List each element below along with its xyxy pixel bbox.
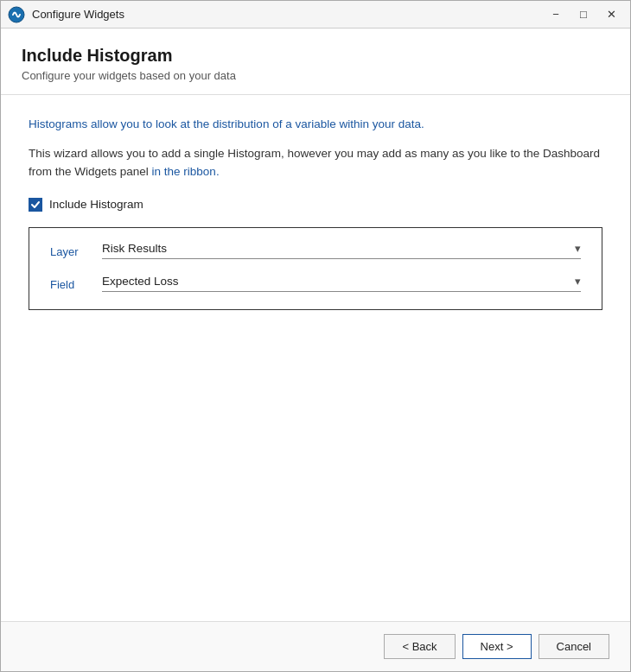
- maximize-button[interactable]: □: [571, 5, 596, 24]
- description-2-text-a: This wizard allows you to add a single H…: [29, 147, 600, 177]
- field-dropdown-arrow: ▾: [575, 275, 581, 288]
- header-section: Include Histogram Configure your widgets…: [1, 29, 630, 95]
- cancel-button[interactable]: Cancel: [539, 634, 609, 659]
- configure-widgets-window: Configure Widgets − □ ✕ Include Histogra…: [0, 0, 631, 672]
- layer-label: Layer: [50, 242, 102, 258]
- close-button[interactable]: ✕: [599, 5, 623, 24]
- content-section: Histograms allow you to look at the dist…: [1, 95, 630, 621]
- window-controls: − □ ✕: [544, 5, 623, 24]
- layer-dropdown-arrow: ▾: [575, 242, 581, 255]
- fields-box: Layer Risk Results ▾ Field Expected Loss…: [29, 227, 602, 310]
- layer-dropdown[interactable]: Risk Results ▾: [102, 242, 581, 259]
- next-button[interactable]: Next >: [462, 634, 532, 659]
- include-histogram-row[interactable]: Include Histogram: [29, 198, 602, 212]
- page-subtitle: Configure your widgets based on your dat…: [22, 69, 609, 82]
- layer-row: Layer Risk Results ▾: [50, 242, 581, 259]
- description-1: Histograms allow you to look at the dist…: [29, 116, 602, 133]
- footer-section: < Back Next > Cancel: [1, 621, 630, 671]
- layer-value: Risk Results: [102, 242, 167, 255]
- app-icon: [8, 6, 25, 23]
- page-title: Include Histogram: [22, 46, 609, 66]
- field-label: Field: [50, 275, 102, 291]
- title-bar-text: Configure Widgets: [32, 8, 544, 21]
- field-dropdown[interactable]: Expected Loss ▾: [102, 275, 581, 292]
- description-2-text-b: in the ribbon.: [149, 165, 220, 178]
- field-value: Expected Loss: [102, 275, 179, 288]
- include-histogram-checkbox[interactable]: [29, 198, 42, 212]
- description-2: This wizard allows you to add a single H…: [29, 145, 602, 181]
- include-histogram-label: Include Histogram: [49, 198, 143, 211]
- field-row: Field Expected Loss ▾: [50, 275, 581, 292]
- back-button[interactable]: < Back: [384, 634, 455, 659]
- minimize-button[interactable]: −: [544, 5, 568, 24]
- title-bar: Configure Widgets − □ ✕: [1, 1, 630, 29]
